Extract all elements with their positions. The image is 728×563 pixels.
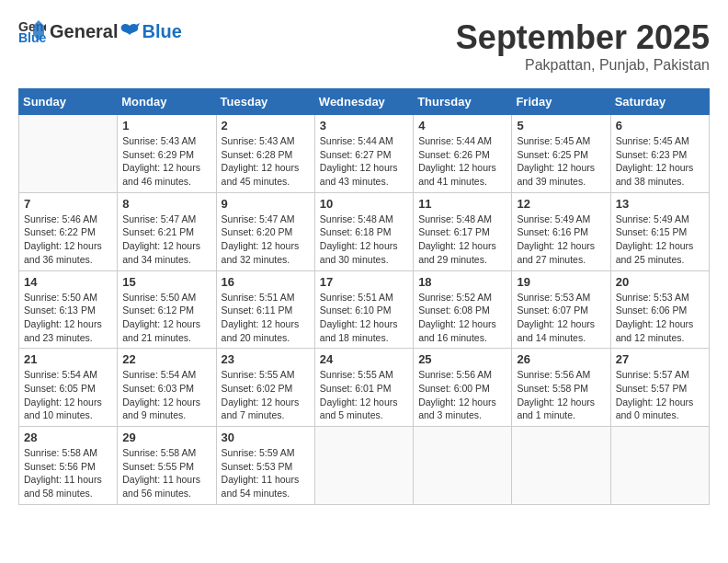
cell-info-text: Sunrise: 5:43 AM Sunset: 6:28 PM Dayligh… [222,134,310,189]
calendar-cell: 27Sunrise: 5:57 AM Sunset: 5:57 PM Dayli… [610,349,709,427]
cell-day-number: 30 [222,431,310,444]
cell-day-number: 7 [24,197,112,211]
calendar-week-row: 14Sunrise: 5:50 AM Sunset: 6:13 PM Dayli… [19,270,710,349]
month-title: September 2025 [456,18,710,57]
cell-day-number: 12 [517,197,605,211]
cell-day-number: 19 [517,275,605,289]
cell-info-text: Sunrise: 5:50 AM Sunset: 6:12 PM Dayligh… [122,291,210,345]
calendar-cell: 14Sunrise: 5:50 AM Sunset: 6:13 PM Dayli… [19,270,118,349]
title-area: September 2025 Pakpattan, Punjab, Pakist… [456,18,710,74]
calendar-cell: 1Sunrise: 5:43 AM Sunset: 6:29 PM Daylig… [118,115,216,193]
logo-blue: Blue [142,21,181,42]
calendar-body: 1Sunrise: 5:43 AM Sunset: 6:29 PM Daylig… [19,115,710,505]
calendar-cell: 5Sunrise: 5:45 AM Sunset: 6:25 PM Daylig… [512,115,610,193]
cell-info-text: Sunrise: 5:54 AM Sunset: 6:03 PM Dayligh… [122,368,210,422]
cell-info-text: Sunrise: 5:49 AM Sunset: 6:16 PM Dayligh… [517,213,605,267]
calendar-week-row: 7Sunrise: 5:46 AM Sunset: 6:22 PM Daylig… [19,192,710,270]
calendar-cell: 16Sunrise: 5:51 AM Sunset: 6:11 PM Dayli… [216,270,314,349]
cell-info-text: Sunrise: 5:55 AM Sunset: 6:02 PM Dayligh… [222,368,310,422]
cell-info-text: Sunrise: 5:59 AM Sunset: 5:53 PM Dayligh… [222,446,310,500]
location-title: Pakpattan, Punjab, Pakistan [456,57,710,74]
calendar-cell: 21Sunrise: 5:54 AM Sunset: 6:05 PM Dayli… [19,349,118,427]
cell-info-text: Sunrise: 5:57 AM Sunset: 5:57 PM Dayligh… [616,368,704,422]
cell-info-text: Sunrise: 5:56 AM Sunset: 5:58 PM Dayligh… [517,368,605,422]
cell-day-number: 9 [222,197,310,211]
cell-day-number: 16 [222,275,310,289]
cell-info-text: Sunrise: 5:50 AM Sunset: 6:13 PM Dayligh… [24,291,112,345]
cell-day-number: 8 [122,197,210,211]
weekday-header-cell: Saturday [610,89,709,115]
calendar-cell: 20Sunrise: 5:53 AM Sunset: 6:06 PM Dayli… [610,270,709,349]
cell-day-number: 22 [122,352,210,366]
calendar-table: SundayMondayTuesdayWednesdayThursdayFrid… [18,88,710,505]
cell-info-text: Sunrise: 5:52 AM Sunset: 6:08 PM Dayligh… [418,291,506,345]
calendar-cell: 8Sunrise: 5:47 AM Sunset: 6:21 PM Daylig… [118,192,216,270]
cell-day-number: 20 [616,275,704,289]
cell-day-number: 5 [517,119,605,132]
cell-day-number: 23 [222,352,310,366]
cell-info-text: Sunrise: 5:51 AM Sunset: 6:10 PM Dayligh… [320,291,408,345]
cell-info-text: Sunrise: 5:48 AM Sunset: 6:18 PM Dayligh… [320,213,408,267]
calendar-cell: 7Sunrise: 5:46 AM Sunset: 6:22 PM Daylig… [19,192,118,270]
calendar-cell [414,427,512,505]
calendar-cell: 19Sunrise: 5:53 AM Sunset: 6:07 PM Dayli… [512,270,610,349]
calendar-week-row: 28Sunrise: 5:58 AM Sunset: 5:56 PM Dayli… [19,427,710,505]
cell-info-text: Sunrise: 5:43 AM Sunset: 6:29 PM Dayligh… [122,134,210,189]
cell-day-number: 29 [122,431,210,444]
cell-info-text: Sunrise: 5:56 AM Sunset: 6:00 PM Dayligh… [418,368,506,422]
cell-day-number: 26 [517,352,605,366]
cell-info-text: Sunrise: 5:58 AM Sunset: 5:55 PM Dayligh… [122,446,210,500]
cell-day-number: 24 [320,352,408,366]
calendar-cell: 25Sunrise: 5:56 AM Sunset: 6:00 PM Dayli… [414,349,512,427]
calendar-week-row: 1Sunrise: 5:43 AM Sunset: 6:29 PM Daylig… [19,115,710,193]
cell-day-number: 15 [122,275,210,289]
calendar-cell: 24Sunrise: 5:55 AM Sunset: 6:01 PM Dayli… [314,349,413,427]
calendar-cell: 12Sunrise: 5:49 AM Sunset: 6:16 PM Dayli… [512,192,610,270]
calendar-week-row: 21Sunrise: 5:54 AM Sunset: 6:05 PM Dayli… [19,349,710,427]
cell-day-number: 17 [320,275,408,289]
calendar-cell: 22Sunrise: 5:54 AM Sunset: 6:03 PM Dayli… [118,349,216,427]
cell-info-text: Sunrise: 5:54 AM Sunset: 6:05 PM Dayligh… [24,368,112,422]
weekday-header-cell: Sunday [19,89,118,115]
calendar-cell: 30Sunrise: 5:59 AM Sunset: 5:53 PM Dayli… [216,427,314,505]
cell-day-number: 11 [418,197,506,211]
cell-day-number: 6 [616,119,704,132]
cell-day-number: 1 [122,119,210,132]
calendar-cell: 26Sunrise: 5:56 AM Sunset: 5:58 PM Dayli… [512,349,610,427]
cell-day-number: 3 [320,119,408,132]
cell-info-text: Sunrise: 5:47 AM Sunset: 6:21 PM Dayligh… [122,213,210,267]
weekday-header-cell: Thursday [414,89,512,115]
cell-info-text: Sunrise: 5:53 AM Sunset: 6:06 PM Dayligh… [616,291,704,345]
logo-general: General [50,21,118,42]
calendar-cell: 23Sunrise: 5:55 AM Sunset: 6:02 PM Dayli… [216,349,314,427]
cell-day-number: 10 [320,197,408,211]
cell-day-number: 27 [616,352,704,366]
cell-info-text: Sunrise: 5:44 AM Sunset: 6:27 PM Dayligh… [320,134,408,189]
cell-day-number: 2 [222,119,310,132]
calendar-cell [19,115,118,193]
calendar-cell [610,427,709,505]
calendar-cell: 9Sunrise: 5:47 AM Sunset: 6:20 PM Daylig… [216,192,314,270]
calendar-cell [314,427,413,505]
calendar-cell: 10Sunrise: 5:48 AM Sunset: 6:18 PM Dayli… [314,192,413,270]
header: General Blue General Blue September 2025… [18,18,710,74]
calendar-cell: 29Sunrise: 5:58 AM Sunset: 5:55 PM Dayli… [118,427,216,505]
cell-day-number: 25 [418,352,506,366]
cell-info-text: Sunrise: 5:48 AM Sunset: 6:17 PM Dayligh… [418,213,506,267]
weekday-header-cell: Friday [512,89,610,115]
weekday-header-cell: Tuesday [216,89,314,115]
logo: General Blue General Blue [18,18,182,44]
logo-icon: General Blue [18,18,46,44]
weekday-header-cell: Monday [118,89,216,115]
calendar-cell: 13Sunrise: 5:49 AM Sunset: 6:15 PM Dayli… [610,192,709,270]
cell-day-number: 18 [418,275,506,289]
weekday-header-cell: Wednesday [314,89,413,115]
calendar-cell: 28Sunrise: 5:58 AM Sunset: 5:56 PM Dayli… [19,427,118,505]
calendar-cell: 17Sunrise: 5:51 AM Sunset: 6:10 PM Dayli… [314,270,413,349]
weekday-header-row: SundayMondayTuesdayWednesdayThursdayFrid… [19,89,710,115]
calendar-cell: 11Sunrise: 5:48 AM Sunset: 6:17 PM Dayli… [414,192,512,270]
cell-day-number: 14 [24,275,112,289]
cell-info-text: Sunrise: 5:46 AM Sunset: 6:22 PM Dayligh… [24,213,112,267]
calendar-cell: 15Sunrise: 5:50 AM Sunset: 6:12 PM Dayli… [118,270,216,349]
cell-day-number: 28 [24,431,112,444]
